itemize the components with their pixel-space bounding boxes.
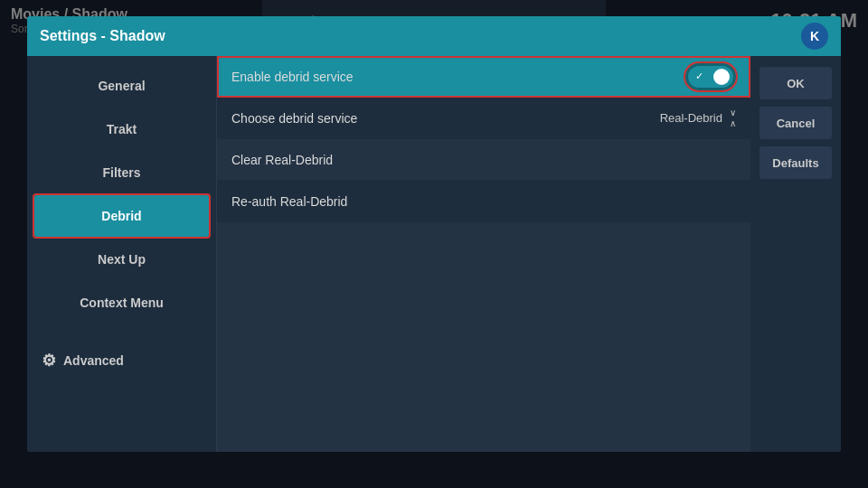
advanced-section[interactable]: ⚙ Advanced: [42, 351, 202, 371]
reauth-debrid-row[interactable]: Re-auth Real-Debrid: [217, 181, 750, 222]
advanced-label: Advanced: [63, 353, 124, 368]
enable-debrid-label: Enable debrid service: [231, 70, 685, 84]
sidebar-item-context-menu[interactable]: Context Menu: [34, 282, 209, 324]
enable-debrid-toggle[interactable]: ✓: [688, 66, 733, 88]
enable-debrid-toggle-container[interactable]: ✓: [685, 63, 736, 90]
sidebar-item-next-up[interactable]: Next Up: [34, 239, 209, 280]
defaults-button[interactable]: Defaults: [760, 146, 832, 179]
toggle-knob: [713, 69, 730, 85]
sidebar-item-debrid[interactable]: Debrid: [34, 195, 209, 237]
chevron-up-icon: ∧: [730, 118, 736, 128]
sidebar-item-debrid-label: Debrid: [101, 209, 141, 223]
sidebar-item-general-label: General: [98, 79, 145, 93]
settings-dialog: Settings - Shadow K General Trakt Filter…: [27, 16, 841, 452]
dialog-title: Settings - Shadow: [40, 28, 165, 44]
clear-debrid-row[interactable]: Clear Real-Debrid: [217, 139, 750, 181]
choose-debrid-label: Choose debrid service: [231, 111, 660, 126]
kodi-icon-label: K: [810, 29, 819, 43]
kodi-icon[interactable]: K: [801, 23, 828, 50]
choose-debrid-row[interactable]: Choose debrid service Real-Debrid ∨ ∧: [217, 98, 750, 139]
chevron-group[interactable]: ∨ ∧: [730, 108, 736, 128]
sidebar-item-general[interactable]: General: [34, 65, 209, 107]
sidebar-item-next-up-label: Next Up: [98, 252, 146, 267]
chevron-down-icon: ∨: [730, 108, 736, 117]
sidebar-item-filters[interactable]: Filters: [34, 152, 209, 193]
clear-debrid-label: Clear Real-Debrid: [231, 153, 736, 167]
dialog-header: Settings - Shadow K: [27, 16, 841, 56]
sidebar-item-filters-label: Filters: [102, 165, 140, 180]
dialog-body: General Trakt Filters Debrid Next Up Con…: [27, 56, 841, 452]
choose-debrid-value: Real-Debrid: [660, 111, 722, 125]
enable-debrid-row[interactable]: Enable debrid service ✓: [217, 56, 750, 98]
sidebar-item-trakt[interactable]: Trakt: [34, 108, 209, 150]
ok-button[interactable]: OK: [760, 67, 832, 99]
reauth-debrid-label: Re-auth Real-Debrid: [231, 194, 736, 209]
sidebar-item-trakt-label: Trakt: [107, 122, 137, 136]
toggle-check-icon: ✓: [695, 70, 703, 82]
sidebar-item-context-menu-label: Context Menu: [80, 296, 164, 310]
sidebar: General Trakt Filters Debrid Next Up Con…: [27, 56, 217, 452]
gear-icon: ⚙: [42, 351, 56, 371]
content-area: Enable debrid service ✓ Choose debrid se…: [217, 56, 750, 452]
action-buttons: OK Cancel Defaults: [750, 56, 841, 452]
cancel-button[interactable]: Cancel: [760, 107, 832, 139]
